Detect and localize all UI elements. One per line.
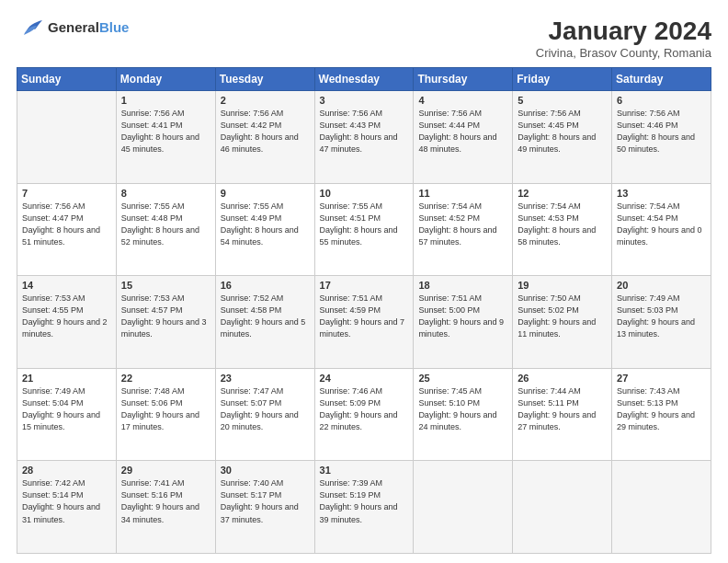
calendar-day-cell: 27Sunrise: 7:43 AMSunset: 5:13 PMDayligh… (612, 368, 711, 461)
calendar-week-row: 14Sunrise: 7:53 AMSunset: 4:55 PMDayligh… (17, 276, 711, 369)
day-info: Sunrise: 7:55 AMSunset: 4:51 PMDaylight:… (320, 201, 409, 248)
day-info: Sunrise: 7:52 AMSunset: 4:58 PMDaylight:… (221, 293, 310, 340)
day-info: Sunrise: 7:40 AMSunset: 5:17 PMDaylight:… (221, 477, 310, 525)
day-number: 26 (518, 373, 607, 384)
page: GeneralBlue January 2024 Crivina, Brasov… (0, 0, 728, 563)
day-info: Sunrise: 7:47 AMSunset: 5:07 PMDaylight:… (221, 385, 310, 433)
day-info: Sunrise: 7:55 AMSunset: 4:48 PMDaylight:… (121, 201, 210, 248)
calendar-day-cell: 9Sunrise: 7:55 AMSunset: 4:49 PMDaylight… (215, 183, 314, 276)
calendar-day-cell: 12Sunrise: 7:54 AMSunset: 4:53 PMDayligh… (513, 183, 612, 276)
day-number: 2 (221, 95, 310, 106)
day-info: Sunrise: 7:49 AMSunset: 5:04 PMDaylight:… (22, 385, 111, 433)
calendar-day-header: Wednesday (314, 68, 414, 91)
day-info: Sunrise: 7:53 AMSunset: 4:55 PMDaylight:… (22, 293, 111, 340)
day-info: Sunrise: 7:56 AMSunset: 4:42 PMDaylight:… (221, 108, 310, 155)
calendar-day-cell (513, 461, 612, 554)
calendar-day-cell: 13Sunrise: 7:54 AMSunset: 4:54 PMDayligh… (612, 183, 711, 276)
day-number: 21 (22, 373, 111, 384)
calendar-day-header: Friday (513, 68, 612, 91)
day-number: 3 (320, 95, 409, 106)
day-number: 10 (320, 188, 409, 199)
calendar-day-cell: 3Sunrise: 7:56 AMSunset: 4:43 PMDaylight… (314, 91, 414, 184)
day-info: Sunrise: 7:53 AMSunset: 4:57 PMDaylight:… (121, 293, 210, 340)
day-info: Sunrise: 7:51 AMSunset: 5:00 PMDaylight:… (418, 293, 507, 340)
calendar-day-cell (17, 91, 117, 184)
calendar-day-cell: 18Sunrise: 7:51 AMSunset: 5:00 PMDayligh… (414, 276, 513, 369)
calendar-day-cell: 19Sunrise: 7:50 AMSunset: 5:02 PMDayligh… (513, 276, 612, 369)
day-info: Sunrise: 7:51 AMSunset: 4:59 PMDaylight:… (320, 293, 409, 340)
day-number: 31 (320, 465, 409, 476)
day-number: 29 (121, 465, 210, 476)
calendar-day-cell: 21Sunrise: 7:49 AMSunset: 5:04 PMDayligh… (17, 368, 117, 461)
calendar-day-cell (612, 461, 711, 554)
day-info: Sunrise: 7:54 AMSunset: 4:54 PMDaylight:… (617, 201, 706, 248)
day-info: Sunrise: 7:50 AMSunset: 5:02 PMDaylight:… (518, 293, 607, 340)
day-number: 23 (221, 373, 310, 384)
calendar-day-cell: 4Sunrise: 7:56 AMSunset: 4:44 PMDaylight… (414, 91, 513, 184)
day-number: 8 (121, 188, 210, 199)
calendar-day-cell: 14Sunrise: 7:53 AMSunset: 4:55 PMDayligh… (17, 276, 117, 369)
calendar-week-row: 7Sunrise: 7:56 AMSunset: 4:47 PMDaylight… (17, 183, 711, 276)
calendar-header-row: SundayMondayTuesdayWednesdayThursdayFrid… (17, 68, 711, 91)
day-info: Sunrise: 7:49 AMSunset: 5:03 PMDaylight:… (617, 293, 706, 340)
day-number: 9 (221, 188, 310, 199)
calendar-day-cell: 2Sunrise: 7:56 AMSunset: 4:42 PMDaylight… (215, 91, 314, 184)
day-number: 14 (22, 280, 111, 291)
day-number: 25 (418, 373, 507, 384)
logo: GeneralBlue (17, 17, 129, 39)
day-info: Sunrise: 7:56 AMSunset: 4:46 PMDaylight:… (617, 108, 706, 155)
day-info: Sunrise: 7:54 AMSunset: 4:52 PMDaylight:… (418, 201, 507, 248)
day-info: Sunrise: 7:56 AMSunset: 4:41 PMDaylight:… (121, 108, 210, 155)
day-number: 16 (221, 280, 310, 291)
day-info: Sunrise: 7:54 AMSunset: 4:53 PMDaylight:… (518, 201, 607, 248)
day-number: 5 (518, 95, 607, 106)
calendar-day-cell: 15Sunrise: 7:53 AMSunset: 4:57 PMDayligh… (116, 276, 215, 369)
day-number: 18 (418, 280, 507, 291)
calendar-day-cell (414, 461, 513, 554)
day-number: 4 (418, 95, 507, 106)
day-info: Sunrise: 7:56 AMSunset: 4:43 PMDaylight:… (320, 108, 409, 155)
day-number: 15 (121, 280, 210, 291)
day-number: 1 (121, 95, 210, 106)
day-info: Sunrise: 7:43 AMSunset: 5:13 PMDaylight:… (617, 385, 706, 433)
calendar-day-cell: 22Sunrise: 7:48 AMSunset: 5:06 PMDayligh… (116, 368, 215, 461)
logo-text: GeneralBlue (48, 19, 129, 36)
calendar-day-header: Monday (116, 68, 215, 91)
day-number: 22 (121, 373, 210, 384)
day-number: 17 (320, 280, 409, 291)
day-number: 24 (320, 373, 409, 384)
day-number: 27 (617, 373, 706, 384)
day-info: Sunrise: 7:55 AMSunset: 4:49 PMDaylight:… (221, 201, 310, 248)
sub-title: Crivina, Brasov County, Romania (536, 46, 711, 60)
day-info: Sunrise: 7:39 AMSunset: 5:19 PMDaylight:… (320, 477, 409, 525)
calendar-day-header: Tuesday (215, 68, 314, 91)
calendar-day-cell: 7Sunrise: 7:56 AMSunset: 4:47 PMDaylight… (17, 183, 117, 276)
day-number: 12 (518, 188, 607, 199)
calendar-day-cell: 31Sunrise: 7:39 AMSunset: 5:19 PMDayligh… (314, 461, 414, 554)
day-number: 20 (617, 280, 706, 291)
calendar-day-cell: 25Sunrise: 7:45 AMSunset: 5:10 PMDayligh… (414, 368, 513, 461)
day-info: Sunrise: 7:45 AMSunset: 5:10 PMDaylight:… (418, 385, 507, 433)
day-number: 7 (22, 188, 111, 199)
calendar-day-cell: 11Sunrise: 7:54 AMSunset: 4:52 PMDayligh… (414, 183, 513, 276)
day-info: Sunrise: 7:56 AMSunset: 4:44 PMDaylight:… (418, 108, 507, 155)
title-block: January 2024 Crivina, Brasov County, Rom… (536, 17, 711, 60)
calendar-day-header: Thursday (414, 68, 513, 91)
calendar-day-cell: 28Sunrise: 7:42 AMSunset: 5:14 PMDayligh… (17, 461, 117, 554)
day-info: Sunrise: 7:42 AMSunset: 5:14 PMDaylight:… (22, 477, 111, 525)
day-info: Sunrise: 7:56 AMSunset: 4:45 PMDaylight:… (518, 108, 607, 155)
day-number: 19 (518, 280, 607, 291)
calendar-day-header: Sunday (17, 68, 117, 91)
calendar-day-cell: 16Sunrise: 7:52 AMSunset: 4:58 PMDayligh… (215, 276, 314, 369)
calendar-day-header: Saturday (612, 68, 711, 91)
main-title: January 2024 (536, 17, 711, 46)
header: GeneralBlue January 2024 Crivina, Brasov… (17, 17, 711, 60)
calendar-day-cell: 20Sunrise: 7:49 AMSunset: 5:03 PMDayligh… (612, 276, 711, 369)
day-number: 13 (617, 188, 706, 199)
calendar-day-cell: 8Sunrise: 7:55 AMSunset: 4:48 PMDaylight… (116, 183, 215, 276)
day-number: 30 (221, 465, 310, 476)
day-info: Sunrise: 7:48 AMSunset: 5:06 PMDaylight:… (121, 385, 210, 433)
day-number: 6 (617, 95, 706, 106)
calendar-day-cell: 23Sunrise: 7:47 AMSunset: 5:07 PMDayligh… (215, 368, 314, 461)
day-info: Sunrise: 7:46 AMSunset: 5:09 PMDaylight:… (320, 385, 409, 433)
